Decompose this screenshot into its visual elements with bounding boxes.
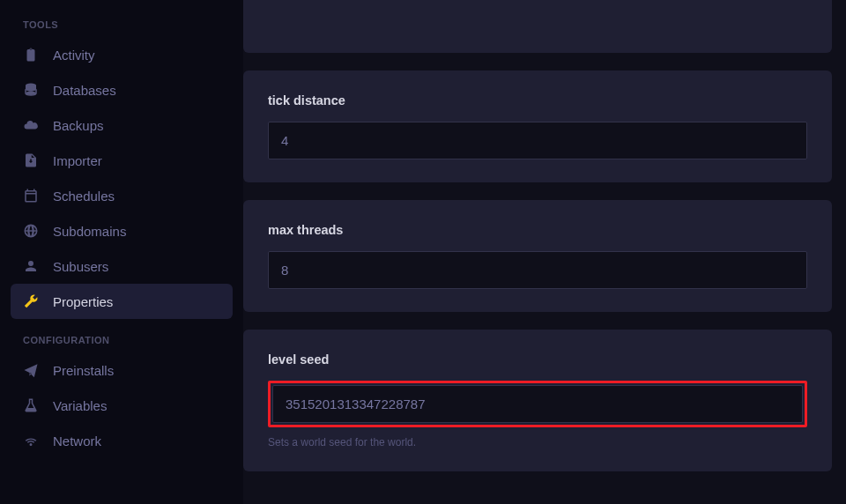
file-download-icon [23,152,39,168]
sidebar-item-label: Preinstalls [53,363,114,378]
property-label: tick distance [268,93,807,107]
property-card-tick-distance: tick distance [243,70,832,182]
sidebar-item-label: Databases [53,83,116,98]
property-card-top-cutoff [243,0,832,53]
property-card-max-threads: max threads [243,200,832,312]
sidebar-item-label: Network [53,434,101,448]
sidebar-item-preinstalls[interactable]: Preinstalls [11,352,233,388]
user-icon [23,258,39,274]
sidebar-item-databases[interactable]: Databases [11,72,233,107]
sidebar-item-label: Backups [53,118,104,133]
sidebar-item-network[interactable]: Network [11,423,233,458]
sidebar-item-label: Subdomains [53,224,126,239]
sidebar-item-activity[interactable]: Activity [11,37,233,72]
sidebar-item-subdomains[interactable]: Subdomains [11,213,233,248]
sidebar-item-backups[interactable]: Backups [11,107,233,143]
svg-point-1 [26,87,36,92]
sidebar-item-label: Activity [53,48,95,63]
sidebar-item-schedules[interactable]: Schedules [11,178,233,213]
max-threads-input[interactable] [268,251,807,289]
sidebar-section-config-heading: CONFIGURATION [23,335,233,345]
sidebar-item-label: Subusers [53,259,108,274]
sidebar-item-importer[interactable]: Importer [11,143,233,178]
highlight-annotation [268,381,807,427]
clipboard-icon [23,47,39,63]
property-label: level seed [268,352,807,367]
sidebar-item-label: Schedules [53,189,115,204]
property-card-level-seed: level seed Sets a world seed for the wor… [243,330,832,471]
wifi-icon [23,433,39,448]
sidebar-item-label: Properties [53,294,113,309]
main-content: tick distance max threads level seed Set… [243,0,846,504]
svg-point-2 [26,92,36,96]
property-label: max threads [268,223,807,237]
sidebar-item-label: Variables [53,398,107,413]
paper-plane-icon [23,362,39,378]
sidebar-item-variables[interactable]: Variables [11,388,233,423]
level-seed-input[interactable] [272,385,803,423]
property-help-text: Sets a world seed for the world. [268,436,807,448]
tick-distance-input[interactable] [268,122,807,159]
calendar-icon [23,188,39,204]
sidebar-section-tools-heading: TOOLS [23,19,233,30]
sidebar-item-properties[interactable]: Properties [11,284,233,319]
sidebar-item-subusers[interactable]: Subusers [11,248,233,284]
wrench-icon [23,293,39,309]
database-icon [23,82,39,98]
globe-icon [23,223,39,239]
cloud-icon [23,117,39,133]
sidebar: TOOLS Activity Databases Backups Importe… [0,0,243,504]
flask-icon [23,397,39,413]
sidebar-item-label: Importer [53,153,102,168]
